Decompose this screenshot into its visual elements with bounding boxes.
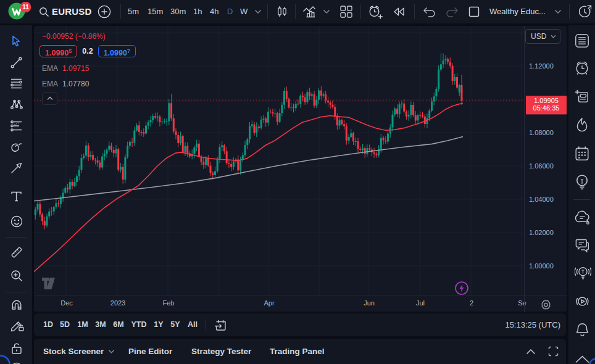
svg-text:1.12000: 1.12000 [529,62,554,70]
svg-text:11: 11 [22,4,29,10]
svg-text:1.04000: 1.04000 [529,196,554,203]
svg-text:1.06000: 1.06000 [529,162,554,170]
svg-text:1.00000: 1.00000 [529,262,554,270]
svg-text:1.09905: 1.09905 [534,97,559,104]
svg-text:05:46:35: 05:46:35 [533,104,560,112]
svg-text:1.08000: 1.08000 [529,129,554,136]
svg-text:1.02000: 1.02000 [529,229,554,236]
